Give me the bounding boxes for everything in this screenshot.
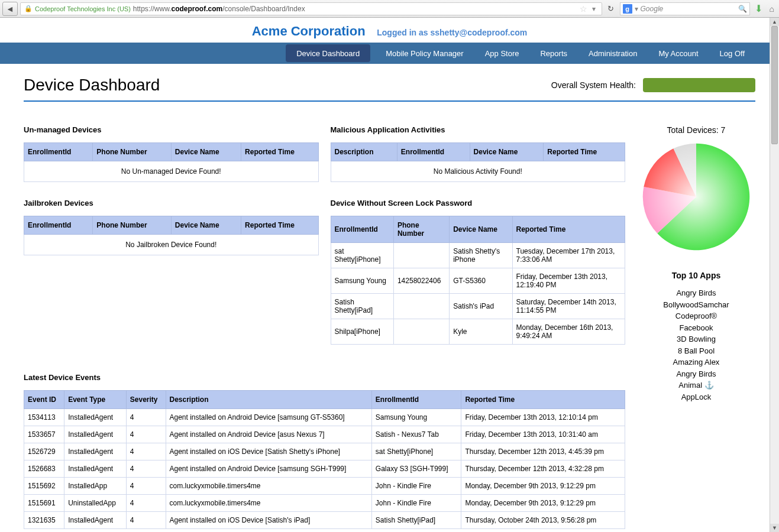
cell: Satish Shetty[iPad] xyxy=(331,294,393,319)
events-panel: Latest Device Events Event IDEvent TypeS… xyxy=(24,373,625,529)
nav-item-my-account[interactable]: My Account xyxy=(648,43,709,64)
search-bar[interactable]: g ▾ Google 🔍 xyxy=(620,2,750,15)
cell: Saturday, December 14th 2013, 11:14:55 P… xyxy=(512,294,625,319)
cell: Samsung Young xyxy=(331,268,393,294)
column-header: EnrollmentId xyxy=(371,391,461,409)
empty-message: No Malicious Activity Found! xyxy=(331,161,625,182)
bookmark-star-icon[interactable]: ☆ xyxy=(580,4,587,14)
nav-item-mobile-policy-manager[interactable]: Mobile Policy Manager xyxy=(375,43,474,64)
search-dropdown-icon[interactable]: ▾ xyxy=(635,5,638,13)
nav-item-app-store[interactable]: App Store xyxy=(474,43,530,64)
column-header: Device Name xyxy=(171,216,241,235)
table-row[interactable]: 1321635InstalledAgent4Agent installed on… xyxy=(24,512,625,529)
cell: Kyle xyxy=(450,319,512,345)
table-row[interactable]: 1533657InstalledAgent4Agent installed on… xyxy=(24,426,625,443)
cell: 14258022406 xyxy=(393,268,449,294)
app-item: 8 Ball Pool xyxy=(637,345,755,357)
cell: Satish - Nexus7 Tab xyxy=(371,426,461,443)
cell: Galaxy S3 [SGH-T999] xyxy=(371,460,461,478)
cell: Thursday, October 24th 2013, 9:56:28 pm xyxy=(461,512,625,529)
column-header: EnrollmentId xyxy=(397,143,470,161)
cell: Monday, December 16th 2013, 9:49:24 AM xyxy=(512,319,625,345)
scrollbar[interactable]: ▲ ▼ xyxy=(770,18,779,532)
cell: Satish Shetty's iPhone xyxy=(450,243,512,268)
nav-item-administration[interactable]: Administration xyxy=(578,43,648,64)
search-icon[interactable]: 🔍 xyxy=(738,5,747,13)
search-placeholder: Google xyxy=(641,5,738,13)
back-button[interactable]: ◄ xyxy=(2,2,18,16)
title-row: Device Dashboard Overall System Health: xyxy=(24,76,755,102)
jailbroken-table: EnrollmentIdPhone NumberDevice NameRepor… xyxy=(24,216,319,255)
table-row[interactable]: sat Shetty[iPhone]Satish Shetty's iPhone… xyxy=(331,243,625,268)
empty-message: No Un-managed Device Found! xyxy=(24,161,319,182)
nav-item-reports[interactable]: Reports xyxy=(529,43,578,64)
nav-item-log-off[interactable]: Log Off xyxy=(709,43,755,64)
cell: John - Kindle Fire xyxy=(371,495,461,512)
column-header: Event Type xyxy=(64,391,127,409)
column-header: Device Name xyxy=(171,143,241,161)
reload-button[interactable]: ↻ xyxy=(605,2,618,15)
column-header: Device Name xyxy=(450,216,512,243)
panel-title: Device Without Screen Lock Password xyxy=(331,199,626,207)
svg-point-0 xyxy=(643,144,750,251)
cell: 1526683 xyxy=(24,460,64,478)
nav-item-device-dashboard[interactable]: Device Dashboard xyxy=(286,44,370,62)
url-text: https://www.codeproof.com/console/Dashbo… xyxy=(133,5,305,13)
cell: GT-S5360 xyxy=(450,268,512,294)
panel-title: Latest Device Events xyxy=(24,373,625,382)
nolock-panel: Device Without Screen Lock Password Enro… xyxy=(331,199,626,345)
google-icon: g xyxy=(623,4,632,14)
dropdown-icon[interactable]: ▾ xyxy=(592,5,596,13)
download-icon[interactable]: ⬇ xyxy=(755,3,762,14)
cell: InstalledApp xyxy=(64,478,127,495)
column-header: EnrollmentId xyxy=(331,216,393,243)
cell: Agent installed on Android Device [asus … xyxy=(166,426,371,443)
column-header: Severity xyxy=(126,391,166,409)
cell: Satish's iPad xyxy=(450,294,512,319)
table-row[interactable]: 1515692InstalledApp4com.luckyxmobile.tim… xyxy=(24,478,625,495)
cell: Agent installed on iOS Device [Satish's … xyxy=(166,512,371,529)
cell xyxy=(393,243,449,268)
cert-name: Codeproof Technologies Inc (US) xyxy=(35,5,131,12)
cell: sat Shetty[iPhone] xyxy=(371,443,461,460)
table-row[interactable]: Samsung Young14258022406GT-S5360Friday, … xyxy=(331,268,625,294)
cell: InstalledAgent xyxy=(64,409,127,426)
scroll-down-icon[interactable]: ▼ xyxy=(770,524,779,532)
app-item: Angry Birds xyxy=(637,368,755,380)
scrollbar-thumb[interactable] xyxy=(771,26,778,144)
cell: InstalledAgent xyxy=(64,512,127,529)
cell: com.luckyxmobile.timers4me xyxy=(166,495,371,512)
malicious-panel: Malicious Application Activities Descrip… xyxy=(331,125,626,182)
cell: 1534113 xyxy=(24,409,64,426)
cell: Satish Shetty[iPad] xyxy=(371,512,461,529)
cell: Monday, December 9th 2013, 9:12:29 pm xyxy=(461,478,625,495)
column-header: Event ID xyxy=(24,391,64,409)
unmanaged-table: EnrollmentIdPhone NumberDevice NameRepor… xyxy=(24,142,319,182)
company-name: Acme Corporation xyxy=(252,24,366,39)
cell: Thursday, December 12th 2013, 4:32:28 pm xyxy=(461,460,625,478)
table-row[interactable]: 1534113InstalledAgent4Agent installed on… xyxy=(24,409,625,426)
cell: 1515692 xyxy=(24,478,64,495)
scroll-up-icon[interactable]: ▲ xyxy=(770,18,779,26)
cell: 1321635 xyxy=(24,512,64,529)
cell: Agent installed on Android Device [samsu… xyxy=(166,409,371,426)
home-icon[interactable]: ⌂ xyxy=(770,4,774,14)
column-header: Reported Time xyxy=(241,143,318,161)
logged-in-text: Logged in as sshetty@codeproof.com xyxy=(377,28,527,37)
lock-icon: 🔒 xyxy=(24,5,33,12)
table-row[interactable]: Satish Shetty[iPad]Satish's iPadSaturday… xyxy=(331,294,625,319)
table-row[interactable]: Shilpa[iPhone]KyleMonday, December 16th … xyxy=(331,319,625,345)
cell: InstalledAgent xyxy=(64,443,127,460)
cell: Friday, December 13th 2013, 10:31:40 am xyxy=(461,426,625,443)
cell: com.luckyxmobile.timers4me xyxy=(166,478,371,495)
panel-title: Malicious Application Activities xyxy=(331,125,626,134)
table-row[interactable]: 1526683InstalledAgent4Agent installed on… xyxy=(24,460,625,478)
url-bar[interactable]: 🔒 Codeproof Technologies Inc (US) https:… xyxy=(20,2,602,15)
header: Acme Corporation Logged in as sshetty@co… xyxy=(0,18,779,43)
table-row[interactable]: 1526729InstalledAgent4Agent installed on… xyxy=(24,443,625,460)
table-row[interactable]: 1515691UninstalledApp4com.luckyxmobile.t… xyxy=(24,495,625,512)
cell: Agent installed on Android Device [samsu… xyxy=(166,460,371,478)
cell: sat Shetty[iPhone] xyxy=(331,243,393,268)
cell: Shilpa[iPhone] xyxy=(331,319,393,345)
column-header: Description xyxy=(166,391,371,409)
